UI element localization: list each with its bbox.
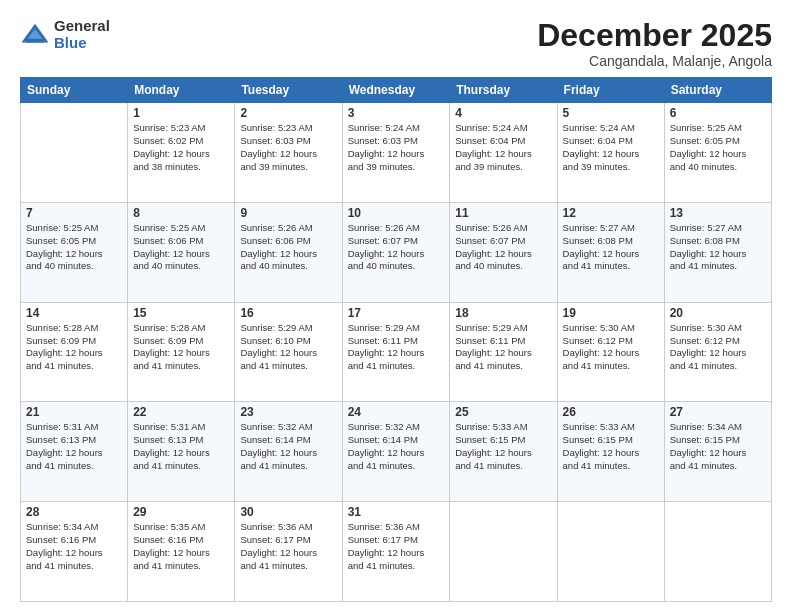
calendar-cell: 2Sunrise: 5:23 AM Sunset: 6:03 PM Daylig… [235, 103, 342, 203]
calendar-cell [664, 502, 771, 602]
calendar-table: SundayMondayTuesdayWednesdayThursdayFrid… [20, 77, 772, 602]
day-info: Sunrise: 5:26 AM Sunset: 6:07 PM Dayligh… [348, 222, 445, 273]
day-number: 10 [348, 206, 445, 220]
day-number: 19 [563, 306, 659, 320]
calendar-cell [21, 103, 128, 203]
day-info: Sunrise: 5:23 AM Sunset: 6:03 PM Dayligh… [240, 122, 336, 173]
day-info: Sunrise: 5:26 AM Sunset: 6:07 PM Dayligh… [455, 222, 551, 273]
calendar-header-monday: Monday [128, 78, 235, 103]
day-info: Sunrise: 5:34 AM Sunset: 6:15 PM Dayligh… [670, 421, 766, 472]
header: General Blue December 2025 Cangandala, M… [20, 18, 772, 69]
day-info: Sunrise: 5:30 AM Sunset: 6:12 PM Dayligh… [670, 322, 766, 373]
day-number: 17 [348, 306, 445, 320]
calendar-cell: 11Sunrise: 5:26 AM Sunset: 6:07 PM Dayli… [450, 202, 557, 302]
calendar-cell: 22Sunrise: 5:31 AM Sunset: 6:13 PM Dayli… [128, 402, 235, 502]
day-number: 22 [133, 405, 229, 419]
calendar-week-row: 21Sunrise: 5:31 AM Sunset: 6:13 PM Dayli… [21, 402, 772, 502]
day-number: 21 [26, 405, 122, 419]
calendar-week-row: 14Sunrise: 5:28 AM Sunset: 6:09 PM Dayli… [21, 302, 772, 402]
day-number: 3 [348, 106, 445, 120]
title-block: December 2025 Cangandala, Malanje, Angol… [537, 18, 772, 69]
day-info: Sunrise: 5:24 AM Sunset: 6:03 PM Dayligh… [348, 122, 445, 173]
day-info: Sunrise: 5:35 AM Sunset: 6:16 PM Dayligh… [133, 521, 229, 572]
calendar-cell: 30Sunrise: 5:36 AM Sunset: 6:17 PM Dayli… [235, 502, 342, 602]
day-number: 9 [240, 206, 336, 220]
logo: General Blue [20, 18, 110, 51]
calendar-header-sunday: Sunday [21, 78, 128, 103]
day-info: Sunrise: 5:36 AM Sunset: 6:17 PM Dayligh… [348, 521, 445, 572]
calendar-cell: 16Sunrise: 5:29 AM Sunset: 6:10 PM Dayli… [235, 302, 342, 402]
calendar-cell: 3Sunrise: 5:24 AM Sunset: 6:03 PM Daylig… [342, 103, 450, 203]
day-info: Sunrise: 5:27 AM Sunset: 6:08 PM Dayligh… [670, 222, 766, 273]
day-number: 27 [670, 405, 766, 419]
calendar-header-wednesday: Wednesday [342, 78, 450, 103]
logo-text: General Blue [54, 18, 110, 51]
day-number: 24 [348, 405, 445, 419]
calendar-cell: 5Sunrise: 5:24 AM Sunset: 6:04 PM Daylig… [557, 103, 664, 203]
day-info: Sunrise: 5:27 AM Sunset: 6:08 PM Dayligh… [563, 222, 659, 273]
calendar-header-friday: Friday [557, 78, 664, 103]
day-number: 31 [348, 505, 445, 519]
day-info: Sunrise: 5:25 AM Sunset: 6:06 PM Dayligh… [133, 222, 229, 273]
page: General Blue December 2025 Cangandala, M… [0, 0, 792, 612]
day-info: Sunrise: 5:31 AM Sunset: 6:13 PM Dayligh… [133, 421, 229, 472]
day-number: 29 [133, 505, 229, 519]
day-number: 16 [240, 306, 336, 320]
day-info: Sunrise: 5:24 AM Sunset: 6:04 PM Dayligh… [455, 122, 551, 173]
day-number: 1 [133, 106, 229, 120]
calendar-cell: 13Sunrise: 5:27 AM Sunset: 6:08 PM Dayli… [664, 202, 771, 302]
calendar-cell: 26Sunrise: 5:33 AM Sunset: 6:15 PM Dayli… [557, 402, 664, 502]
day-number: 26 [563, 405, 659, 419]
day-number: 30 [240, 505, 336, 519]
day-number: 7 [26, 206, 122, 220]
day-number: 6 [670, 106, 766, 120]
day-info: Sunrise: 5:25 AM Sunset: 6:05 PM Dayligh… [670, 122, 766, 173]
calendar-week-row: 7Sunrise: 5:25 AM Sunset: 6:05 PM Daylig… [21, 202, 772, 302]
day-info: Sunrise: 5:34 AM Sunset: 6:16 PM Dayligh… [26, 521, 122, 572]
day-info: Sunrise: 5:36 AM Sunset: 6:17 PM Dayligh… [240, 521, 336, 572]
day-info: Sunrise: 5:24 AM Sunset: 6:04 PM Dayligh… [563, 122, 659, 173]
day-number: 2 [240, 106, 336, 120]
calendar-cell: 28Sunrise: 5:34 AM Sunset: 6:16 PM Dayli… [21, 502, 128, 602]
calendar-cell: 31Sunrise: 5:36 AM Sunset: 6:17 PM Dayli… [342, 502, 450, 602]
day-number: 11 [455, 206, 551, 220]
day-number: 8 [133, 206, 229, 220]
logo-general: General [54, 18, 110, 35]
day-info: Sunrise: 5:30 AM Sunset: 6:12 PM Dayligh… [563, 322, 659, 373]
calendar-cell: 6Sunrise: 5:25 AM Sunset: 6:05 PM Daylig… [664, 103, 771, 203]
calendar-cell: 19Sunrise: 5:30 AM Sunset: 6:12 PM Dayli… [557, 302, 664, 402]
svg-rect-2 [26, 38, 44, 42]
day-number: 23 [240, 405, 336, 419]
day-info: Sunrise: 5:29 AM Sunset: 6:10 PM Dayligh… [240, 322, 336, 373]
calendar-cell: 15Sunrise: 5:28 AM Sunset: 6:09 PM Dayli… [128, 302, 235, 402]
day-info: Sunrise: 5:33 AM Sunset: 6:15 PM Dayligh… [563, 421, 659, 472]
calendar-cell: 20Sunrise: 5:30 AM Sunset: 6:12 PM Dayli… [664, 302, 771, 402]
day-number: 5 [563, 106, 659, 120]
day-number: 25 [455, 405, 551, 419]
calendar-cell: 10Sunrise: 5:26 AM Sunset: 6:07 PM Dayli… [342, 202, 450, 302]
calendar-cell: 29Sunrise: 5:35 AM Sunset: 6:16 PM Dayli… [128, 502, 235, 602]
calendar-cell: 7Sunrise: 5:25 AM Sunset: 6:05 PM Daylig… [21, 202, 128, 302]
calendar-cell: 18Sunrise: 5:29 AM Sunset: 6:11 PM Dayli… [450, 302, 557, 402]
day-info: Sunrise: 5:28 AM Sunset: 6:09 PM Dayligh… [133, 322, 229, 373]
calendar-header-thursday: Thursday [450, 78, 557, 103]
day-info: Sunrise: 5:31 AM Sunset: 6:13 PM Dayligh… [26, 421, 122, 472]
day-number: 15 [133, 306, 229, 320]
calendar-cell: 4Sunrise: 5:24 AM Sunset: 6:04 PM Daylig… [450, 103, 557, 203]
calendar-header-saturday: Saturday [664, 78, 771, 103]
day-info: Sunrise: 5:25 AM Sunset: 6:05 PM Dayligh… [26, 222, 122, 273]
calendar-week-row: 1Sunrise: 5:23 AM Sunset: 6:02 PM Daylig… [21, 103, 772, 203]
day-number: 4 [455, 106, 551, 120]
day-number: 20 [670, 306, 766, 320]
day-number: 18 [455, 306, 551, 320]
calendar-cell: 9Sunrise: 5:26 AM Sunset: 6:06 PM Daylig… [235, 202, 342, 302]
day-info: Sunrise: 5:29 AM Sunset: 6:11 PM Dayligh… [348, 322, 445, 373]
calendar-header-row: SundayMondayTuesdayWednesdayThursdayFrid… [21, 78, 772, 103]
day-number: 28 [26, 505, 122, 519]
day-info: Sunrise: 5:28 AM Sunset: 6:09 PM Dayligh… [26, 322, 122, 373]
calendar-cell: 12Sunrise: 5:27 AM Sunset: 6:08 PM Dayli… [557, 202, 664, 302]
calendar-cell: 23Sunrise: 5:32 AM Sunset: 6:14 PM Dayli… [235, 402, 342, 502]
calendar-cell: 17Sunrise: 5:29 AM Sunset: 6:11 PM Dayli… [342, 302, 450, 402]
day-number: 14 [26, 306, 122, 320]
day-info: Sunrise: 5:23 AM Sunset: 6:02 PM Dayligh… [133, 122, 229, 173]
